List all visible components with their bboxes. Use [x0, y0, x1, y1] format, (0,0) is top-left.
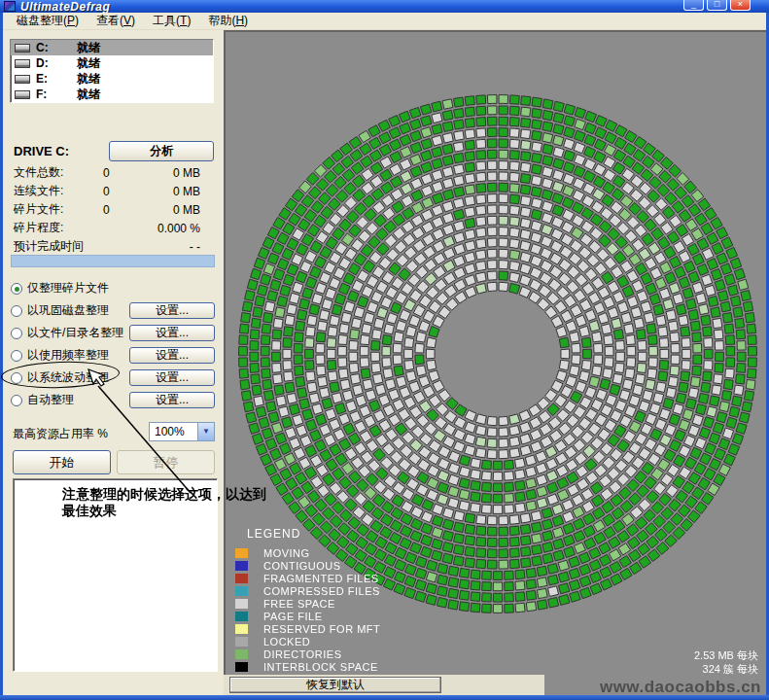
resource-usage-value: 100% [150, 423, 197, 440]
legend-item: LOCKED [235, 635, 380, 648]
stat-row: 预计完成时间- - [14, 237, 208, 256]
drive-icon [15, 59, 30, 68]
drive-icon [15, 75, 30, 84]
settings-button-4[interactable]: 设置... [129, 369, 215, 386]
radio-icon[interactable] [11, 395, 22, 406]
maximize-button[interactable]: □ [707, 0, 727, 11]
method-option-0[interactable]: 仅整理碎片文件 [9, 277, 218, 299]
stat-row: 碎片文件:00 MB [14, 200, 208, 219]
legend-item: RESERVED FOR MFT [235, 622, 380, 635]
method-option-5[interactable]: 自动整理设置... [9, 389, 218, 411]
legend-item: DIRECTORIES [235, 648, 380, 660]
method-option-2[interactable]: 以文件/目录名整理设置... [9, 322, 218, 344]
legend-item: FRAGMENTED FILES [235, 572, 380, 584]
chevron-down-icon[interactable]: ▼ [197, 423, 214, 440]
radio-icon[interactable] [11, 305, 22, 317]
method-option-4[interactable]: 以系统波动整理设置... [9, 367, 218, 389]
disk-map-panel: LEGEND MOVINGCONTIGUOUSFRAGMENTED FILESC… [224, 30, 766, 695]
menu-help[interactable]: 帮助(H) [199, 12, 257, 30]
drive-list: C:就绪D:就绪E:就绪F:就绪 [10, 39, 214, 103]
legend-item: CONTIGUOUS [235, 559, 380, 572]
block-size-text: 2.53 MB 每块 [694, 648, 758, 662]
settings-button-2[interactable]: 设置... [129, 325, 215, 341]
restore-defaults-button[interactable]: 恢复到默认 [229, 677, 441, 693]
drive-row-d[interactable]: D:就绪 [11, 55, 213, 71]
method-option-1[interactable]: 以巩固磁盘整理设置... [9, 299, 218, 322]
legend-item: MOVING [235, 546, 380, 559]
legend-color-chip [235, 574, 248, 583]
drive-row-e[interactable]: E:就绪 [11, 71, 213, 87]
legend-color-chip [235, 612, 248, 621]
pause-button: 暂停 [117, 450, 215, 474]
defrag-method-options: 仅整理碎片文件以巩固磁盘整理设置...以文件/目录名整理设置...以使用频率整理… [9, 277, 218, 411]
app-window: UltimateDefrag _ □ × 磁盘整理(P)查看(V)工具(T)帮助… [0, 0, 769, 700]
stat-row: 碎片程度:0.000 % [14, 219, 208, 237]
drive-icon [15, 90, 30, 99]
radio-icon[interactable] [11, 328, 22, 339]
settings-button-1[interactable]: 设置... [129, 302, 215, 319]
block-info: 2.53 MB 每块 324 簇 每块 [694, 648, 758, 676]
stat-row: 文件总数:00 MB [14, 163, 208, 182]
analyze-button[interactable]: 分析 [109, 141, 214, 161]
drive-row-f[interactable]: F:就绪 [11, 87, 213, 102]
control-panel: C:就绪D:就绪E:就绪F:就绪 DRIVE C: 分析 文件总数:00 MB连… [3, 30, 224, 695]
start-button[interactable]: 开始 [13, 450, 111, 474]
settings-button-3[interactable]: 设置... [129, 347, 215, 364]
minimize-button[interactable]: _ [683, 0, 704, 11]
drive-row-c[interactable]: C:就绪 [11, 40, 213, 55]
legend-item: INTERBLOCK SPACE [235, 660, 380, 673]
legend-title: LEGEND [247, 527, 380, 541]
radio-icon[interactable] [11, 372, 22, 384]
menu-bar: 磁盘整理(P)查看(V)工具(T)帮助(H) [3, 13, 766, 30]
legend-color-chip [235, 599, 248, 609]
stat-row: 连续文件:00 MB [14, 182, 208, 200]
legend-color-chip [235, 586, 248, 596]
legend-color-chip [235, 548, 248, 558]
legend-color-chip [235, 662, 248, 672]
legend-item: FREE SPACE [235, 597, 380, 610]
drive-label: DRIVE C: [14, 144, 69, 158]
drive-icon [15, 44, 30, 52]
bottom-strip: 恢复到默认 [224, 675, 544, 695]
app-icon [4, 1, 16, 12]
legend: LEGEND MOVINGCONTIGUOUSFRAGMENTED FILESC… [235, 527, 380, 673]
method-option-3[interactable]: 以使用频率整理设置... [9, 344, 218, 367]
cluster-size-text: 324 簇 每块 [694, 662, 758, 676]
legend-color-chip [235, 561, 248, 571]
radio-icon[interactable] [11, 350, 22, 362]
legend-item: PAGE FILE [235, 610, 380, 622]
close-button[interactable]: × [730, 0, 751, 11]
radio-icon[interactable] [11, 283, 22, 295]
resource-usage-label: 最高资源占用率 % [13, 426, 108, 442]
legend-color-chip [235, 624, 248, 634]
legend-color-chip [235, 637, 248, 647]
menu-disk-defrag[interactable]: 磁盘整理(P) [8, 12, 87, 30]
legend-item: COMPRESSED FILES [235, 584, 380, 597]
annotation-text: 注意整理的时候选择这项，以达到 最佳效果 [62, 486, 266, 519]
progress-bar [11, 255, 215, 267]
menu-view[interactable]: 查看(V) [87, 12, 144, 30]
resource-usage-dropdown[interactable]: 100% ▼ [149, 422, 215, 441]
watermark: www.daocaobbs.cn [600, 678, 761, 697]
menu-tools[interactable]: 工具(T) [144, 12, 199, 30]
drive-statistics: 文件总数:00 MB连续文件:00 MB碎片文件:00 MB碎片程度:0.000… [14, 163, 208, 256]
settings-button-5[interactable]: 设置... [129, 392, 215, 408]
legend-color-chip [235, 649, 248, 659]
